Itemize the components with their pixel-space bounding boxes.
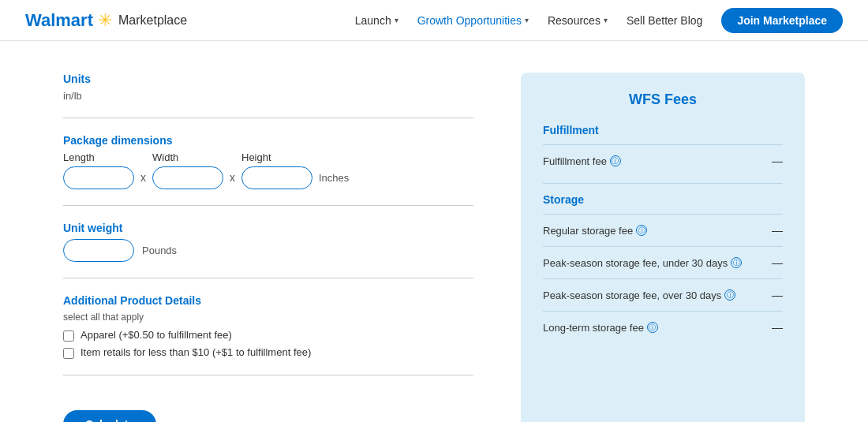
- fulfillment-fee-info-icon[interactable]: ⓘ: [610, 155, 621, 166]
- additional-label: Additional Product Details: [63, 294, 473, 307]
- main-nav: Launch ▾ Growth Opportunities ▾ Resource…: [355, 8, 843, 33]
- width-input[interactable]: [152, 166, 223, 189]
- divider-2: [63, 205, 473, 206]
- fee-group-divider: [543, 183, 783, 184]
- divider-1: [63, 118, 473, 118]
- storage-block: Storage Regular storage fee ⓘ — Peak-sea…: [543, 193, 783, 343]
- fulfillment-section-label: Fulfillment: [543, 124, 783, 136]
- logo-walmart: Walmart: [25, 10, 93, 31]
- fulfillment-fee-value: —: [772, 155, 783, 167]
- height-input[interactable]: [241, 166, 312, 189]
- units-label: Units: [63, 73, 473, 85]
- regular-storage-fee-value: —: [772, 224, 783, 237]
- regular-storage-fee-row: Regular storage fee ⓘ —: [543, 214, 783, 246]
- long-term-fee-value: —: [772, 321, 783, 334]
- item-retails-label: Item retails for less than $10 (+$1 to f…: [80, 346, 311, 358]
- chevron-down-icon: ▾: [395, 16, 398, 24]
- peak-over-info-icon[interactable]: ⓘ: [724, 289, 735, 301]
- join-marketplace-button[interactable]: Join Marketplace: [721, 8, 843, 33]
- pounds-label: Pounds: [142, 245, 177, 256]
- left-panel: Units in/lb Package dimensions Length x …: [63, 73, 473, 422]
- weight-input[interactable]: [63, 239, 134, 262]
- nav-launch[interactable]: Launch ▾: [355, 14, 398, 27]
- width-group: Width: [152, 151, 223, 189]
- chevron-down-icon: ▾: [604, 16, 608, 24]
- regular-storage-info-icon[interactable]: ⓘ: [636, 225, 647, 236]
- x-separator-1: x: [140, 171, 146, 184]
- package-dimensions-section: Package dimensions Length x Width x Heig…: [63, 134, 473, 189]
- apparel-checkbox[interactable]: [63, 331, 74, 342]
- unit-weight-label: Unit weight: [63, 222, 473, 234]
- length-label: Length: [63, 151, 134, 163]
- additional-product-details-section: Additional Product Details select all th…: [63, 294, 473, 359]
- length-group: Length: [63, 151, 134, 189]
- logo-marketplace: Marketplace: [118, 13, 187, 28]
- long-term-fee-name: Long-term storage fee ⓘ: [543, 322, 658, 334]
- apparel-label: Apparel (+$0.50 to fulfillment fee): [80, 329, 232, 341]
- unit-weight-section: Unit weight Pounds: [63, 222, 473, 262]
- height-group: Height: [241, 151, 312, 189]
- inches-label: Inches: [319, 172, 349, 184]
- weight-row: Pounds: [63, 239, 473, 262]
- units-section: Units in/lb: [63, 73, 473, 102]
- main-content: Units in/lb Package dimensions Length x …: [0, 41, 868, 422]
- divider-4: [63, 375, 473, 375]
- peak-over-fee-name: Peak-season storage fee, over 30 days ⓘ: [543, 289, 735, 301]
- peak-under-fee-row: Peak-season storage fee, under 30 days ⓘ…: [543, 246, 783, 278]
- header: Walmart ✳ Marketplace Launch ▾ Growth Op…: [0, 0, 868, 41]
- nav-sell-better-blog[interactable]: Sell Better Blog: [627, 14, 703, 27]
- peak-under-fee-value: —: [772, 256, 783, 269]
- units-value: in/lb: [63, 90, 473, 102]
- wfs-fees-title: WFS Fees: [543, 91, 783, 108]
- select-all-label: select all that apply: [63, 312, 473, 323]
- divider-3: [63, 278, 473, 278]
- regular-storage-fee-name: Regular storage fee ⓘ: [543, 225, 647, 237]
- nav-growth-opportunities[interactable]: Growth Opportunities ▾: [417, 14, 529, 27]
- item-retails-checkbox-row: Item retails for less than $10 (+$1 to f…: [63, 346, 473, 359]
- item-retails-checkbox[interactable]: [63, 348, 74, 359]
- fulfillment-block: Fulfillment Fulfillment fee ⓘ —: [543, 124, 783, 177]
- x-separator-2: x: [230, 171, 235, 184]
- long-term-fee-row: Long-term storage fee ⓘ —: [543, 311, 783, 343]
- long-term-info-icon[interactable]: ⓘ: [647, 322, 658, 333]
- dimensions-row: Length x Width x Height Inches: [63, 151, 473, 189]
- storage-section-label: Storage: [543, 193, 783, 206]
- nav-resources[interactable]: Resources ▾: [548, 14, 608, 27]
- peak-over-fee-value: —: [772, 289, 783, 301]
- length-input[interactable]: [63, 166, 134, 189]
- peak-under-fee-name: Peak-season storage fee, under 30 days ⓘ: [543, 257, 742, 269]
- apparel-checkbox-row: Apparel (+$0.50 to fulfillment fee): [63, 329, 473, 342]
- package-dimensions-label: Package dimensions: [63, 134, 473, 147]
- height-label: Height: [241, 151, 312, 163]
- fulfillment-fee-name: Fulfillment fee ⓘ: [543, 155, 621, 167]
- logo: Walmart ✳ Marketplace: [25, 10, 187, 31]
- width-label: Width: [152, 151, 223, 163]
- calculate-button[interactable]: Calculate: [63, 410, 156, 422]
- logo-spark-icon: ✳: [98, 10, 112, 31]
- peak-over-fee-row: Peak-season storage fee, over 30 days ⓘ …: [543, 278, 783, 311]
- peak-under-info-icon[interactable]: ⓘ: [731, 257, 742, 268]
- chevron-down-icon: ▾: [525, 16, 529, 24]
- fulfillment-fee-row: Fulfillment fee ⓘ —: [543, 144, 783, 177]
- wfs-fees-panel: WFS Fees Fulfillment Fulfillment fee ⓘ —…: [521, 73, 805, 422]
